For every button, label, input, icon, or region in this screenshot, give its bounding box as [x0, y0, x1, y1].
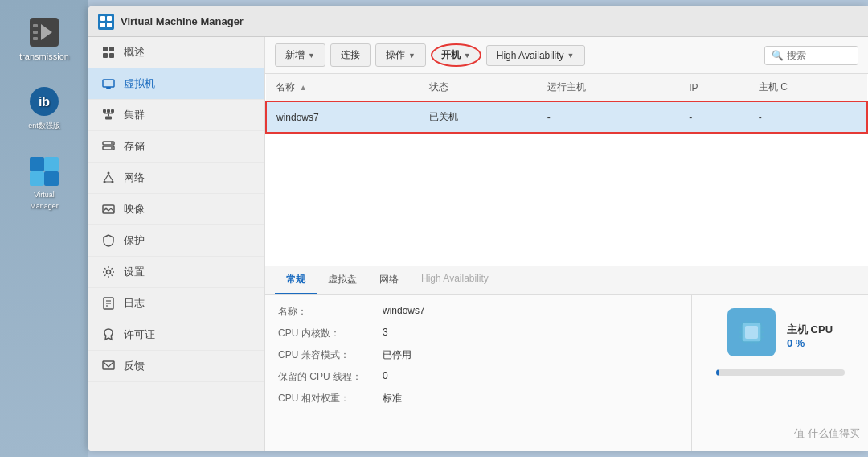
sidebar-label-overview: 概述 — [124, 45, 145, 60]
desktop-icon-transmission[interactable]: transmission — [19, 16, 69, 61]
main-content: 新增 ▼ 连接 操作 ▼ 开机 ▼ High Availability ▼ — [265, 37, 868, 451]
svg-rect-4 — [33, 37, 38, 40]
desktop-icon-ib[interactable]: ib ent数强版 — [28, 85, 60, 131]
cell-ip: - — [679, 101, 749, 133]
sidebar-label-image: 映像 — [124, 202, 145, 216]
sidebar-item-vm[interactable]: 虚拟机 — [88, 68, 264, 100]
cpu-title: 主机 CPU — [787, 323, 833, 337]
new-button[interactable]: 新增 ▼ — [275, 43, 326, 67]
protection-icon — [101, 233, 116, 248]
svg-rect-27 — [105, 117, 112, 120]
svg-rect-18 — [109, 53, 114, 58]
ha-button[interactable]: High Availability ▼ — [486, 45, 585, 66]
info-cpu-priority-row: CPU 相对权重： 标准 — [278, 392, 678, 406]
sidebar-item-license[interactable]: 许可证 — [88, 319, 264, 351]
svg-rect-38 — [103, 205, 114, 213]
svg-rect-10 — [44, 171, 59, 186]
svg-rect-9 — [30, 171, 44, 186]
connect-button[interactable]: 连接 — [330, 43, 371, 67]
info-cpu-cores-row: CPU 内核数： 3 — [278, 327, 678, 340]
app-window: Virtual Machine Manager 概述 虚拟机 集群 — [88, 6, 868, 451]
license-icon — [101, 327, 116, 342]
sidebar-item-storage[interactable]: 存储 — [88, 131, 264, 163]
tab-network[interactable]: 网络 — [368, 266, 410, 294]
cell-name: windows7 — [266, 101, 420, 133]
sidebar-item-settings[interactable]: 设置 — [88, 257, 264, 288]
svg-point-32 — [108, 172, 110, 175]
info-cpu-compat-label: CPU 兼容模式： — [278, 348, 383, 362]
search-input[interactable] — [787, 50, 851, 61]
sidebar-item-cluster[interactable]: 集群 — [88, 100, 264, 131]
cluster-icon — [101, 108, 116, 122]
tab-vdisk[interactable]: 虚拟盘 — [317, 266, 368, 294]
svg-line-35 — [104, 175, 108, 181]
app-title: Virtual Machine Manager — [121, 15, 244, 27]
cell-hostc: - — [749, 101, 867, 133]
detail-info: 名称： windows7 CPU 内核数： 3 CPU 兼容模式： 已停用 — [265, 295, 691, 451]
info-cpu-cores-value: 3 — [383, 327, 388, 340]
power-button[interactable]: 开机 ▼ — [431, 43, 481, 67]
info-reserved-threads-row: 保留的 CPU 线程： 0 — [278, 370, 678, 384]
sidebar-item-image[interactable]: 映像 — [88, 194, 264, 225]
cpu-header: 主机 CPU 0 % — [727, 308, 833, 363]
detail-tabs: 常规 虚拟盘 网络 High Availability — [265, 266, 868, 295]
app-icon — [98, 14, 114, 30]
svg-rect-3 — [33, 24, 38, 27]
log-icon — [101, 296, 116, 311]
cell-host: - — [538, 101, 680, 133]
svg-rect-15 — [103, 47, 108, 51]
sidebar-label-feedback: 反馈 — [124, 359, 145, 373]
svg-rect-25 — [104, 113, 113, 114]
svg-rect-12 — [107, 16, 112, 21]
col-name: 名称 ▲ — [266, 74, 420, 101]
desktop-icon-vmm[interactable]: Virtual Manager — [28, 155, 60, 210]
svg-point-40 — [107, 270, 111, 274]
svg-rect-7 — [30, 157, 44, 171]
sidebar-item-feedback[interactable]: 反馈 — [88, 351, 264, 382]
sidebar-item-log[interactable]: 日志 — [88, 288, 264, 319]
svg-rect-14 — [107, 23, 112, 27]
info-name-value: windows7 — [383, 305, 425, 319]
title-bar: Virtual Machine Manager — [88, 6, 868, 37]
cpu-bar-background — [716, 369, 845, 376]
svg-text:ib: ib — [39, 95, 50, 109]
action-button[interactable]: 操作 ▼ — [375, 43, 426, 67]
sidebar-label-cluster: 集群 — [124, 108, 145, 122]
svg-rect-47 — [745, 326, 758, 339]
sidebar-label-log: 日志 — [124, 296, 145, 311]
image-icon — [101, 202, 116, 216]
detail-body: 名称： windows7 CPU 内核数： 3 CPU 兼容模式： 已停用 — [265, 295, 868, 451]
info-cpu-cores-label: CPU 内核数： — [278, 327, 383, 340]
cpu-widget: 主机 CPU 0 % — [691, 295, 868, 451]
sidebar-item-protection[interactable]: 保护 — [88, 225, 264, 257]
sidebar-item-overview[interactable]: 概述 — [88, 37, 264, 68]
sidebar-label-protection: 保护 — [124, 233, 145, 248]
tab-general[interactable]: 常规 — [275, 266, 317, 294]
search-box[interactable]: 🔍 — [764, 46, 858, 65]
cpu-title-group: 主机 CPU 0 % — [787, 323, 833, 349]
svg-rect-13 — [100, 23, 105, 27]
search-icon: 🔍 — [772, 50, 784, 61]
svg-rect-11 — [100, 16, 105, 21]
cpu-percent: 0 % — [787, 337, 833, 349]
col-hostc: 主机 C — [749, 74, 867, 101]
power-arrow-icon: ▼ — [464, 51, 471, 60]
table-row[interactable]: windows7 已关机 - - - — [266, 101, 867, 133]
info-cpu-priority-label: CPU 相对权重： — [278, 392, 383, 406]
sidebar-label-vm: 虚拟机 — [124, 76, 155, 91]
svg-point-31 — [111, 147, 113, 149]
svg-rect-16 — [109, 47, 114, 51]
action-arrow-icon: ▼ — [408, 51, 416, 60]
tab-ha: High Availability — [410, 266, 500, 294]
sidebar-item-network[interactable]: 网络 — [88, 163, 264, 194]
table-header-row: 名称 ▲ 状态 运行主机 IP 主机 C — [266, 74, 867, 101]
info-reserved-threads-value: 0 — [383, 370, 388, 384]
vm-table: 名称 ▲ 状态 运行主机 IP 主机 C windows7 已关机 — [265, 74, 868, 134]
settings-icon — [101, 265, 116, 279]
desktop-strip: transmission ib ent数强版 Virtual Manager — [0, 0, 88, 457]
new-arrow-icon: ▼ — [308, 51, 315, 60]
svg-rect-24 — [111, 109, 114, 113]
detail-panel: 常规 虚拟盘 网络 High Availability 名称： — [265, 266, 868, 451]
col-host: 运行主机 — [538, 74, 680, 101]
cpu-icon — [727, 308, 776, 356]
